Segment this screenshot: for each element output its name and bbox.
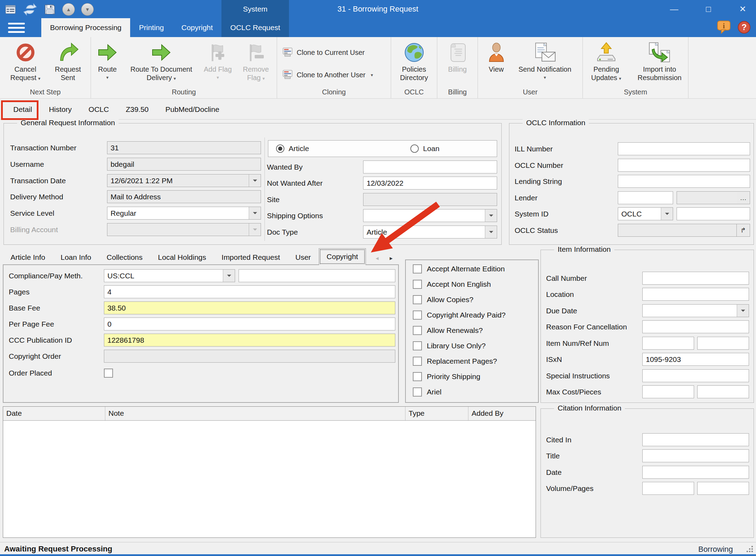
- service-level-combo[interactable]: Regular: [107, 207, 261, 220]
- order-placed-checkbox[interactable]: [104, 369, 113, 378]
- sub-tab-loan-info[interactable]: Loan Info: [53, 250, 99, 265]
- dropdown-arrow-icon[interactable]: [661, 208, 673, 220]
- info-bubble-icon[interactable]: i: [717, 20, 732, 36]
- notes-table-body[interactable]: [3, 421, 536, 537]
- save-icon[interactable]: [43, 3, 56, 16]
- sub-tab-imported-request[interactable]: Imported Request: [214, 250, 288, 265]
- cited-in-field[interactable]: [642, 433, 749, 446]
- clone-to-current-user-button[interactable]: Clone to Current User: [282, 43, 365, 62]
- cancel-request-button[interactable]: Cancel Request▾: [3, 38, 47, 83]
- maximize-button[interactable]: □: [701, 4, 715, 14]
- sub-tab-local-holdings[interactable]: Local Holdings: [150, 250, 214, 265]
- tab-printing[interactable]: Printing: [130, 18, 172, 37]
- resize-grip[interactable]: [746, 546, 753, 553]
- close-button[interactable]: ✕: [736, 4, 750, 14]
- due-date-combo[interactable]: [642, 304, 749, 317]
- ccc-publication-id-field[interactable]: 122861798: [104, 334, 395, 347]
- dropdown-arrow-icon[interactable]: [249, 174, 261, 187]
- location-field[interactable]: [642, 288, 749, 301]
- route-button[interactable]: Route ▾: [93, 38, 122, 82]
- oclc-status-field[interactable]: [618, 224, 737, 237]
- send-notification-button[interactable]: Send Notification ▾: [512, 38, 578, 82]
- tab-borrowing-processing[interactable]: Borrowing Processing: [41, 18, 130, 37]
- pages-count-field[interactable]: [697, 482, 749, 495]
- collapse-up-icon[interactable]: ▲: [62, 3, 75, 16]
- app-icon[interactable]: [4, 3, 17, 16]
- max-cost-field[interactable]: [642, 385, 694, 398]
- import-into-resubmission-button[interactable]: Import into Resubmission: [631, 38, 688, 82]
- sub-tab-user[interactable]: User: [288, 250, 318, 265]
- sub-tab-copyright[interactable]: Copyright: [319, 248, 366, 265]
- copyright-already-paid-option[interactable]: Copyright Already Paid?: [413, 309, 506, 321]
- remove-flag-button[interactable]: Remove Flag▾: [237, 38, 275, 83]
- dropdown-arrow-icon[interactable]: [737, 305, 749, 317]
- ariel-option[interactable]: Ariel: [413, 386, 441, 398]
- view-button[interactable]: View: [482, 38, 510, 73]
- clone-to-another-user-button[interactable]: Clone to Another User▾: [282, 65, 373, 85]
- refresh-icon[interactable]: [23, 2, 37, 16]
- call-number-field[interactable]: [642, 272, 749, 285]
- accept-alternate-edition-option[interactable]: Accept Alternate Edition: [413, 263, 505, 275]
- doc-tab-detail[interactable]: Detail: [5, 99, 41, 120]
- ill-number-field[interactable]: [618, 142, 750, 155]
- doc-type-combo[interactable]: Article: [363, 226, 497, 238]
- billing-button[interactable]: Billing: [440, 38, 475, 73]
- pending-updates-button[interactable]: Pending Updates▾: [583, 38, 630, 83]
- help-icon[interactable]: ?: [737, 20, 751, 36]
- radio-loan[interactable]: Loan: [410, 144, 439, 153]
- policies-directory-button[interactable]: Policies Directory: [393, 38, 436, 82]
- wanted-by-field[interactable]: [363, 161, 497, 173]
- reason-for-cancellation-field[interactable]: [642, 320, 749, 333]
- column-header-added-by[interactable]: Added By: [468, 407, 536, 420]
- minimize-button[interactable]: —: [667, 4, 681, 14]
- dropdown-arrow-icon[interactable]: [249, 207, 261, 219]
- allow-copies-option[interactable]: Allow Copies?: [413, 294, 473, 306]
- base-fee-field[interactable]: 38.50: [104, 301, 395, 314]
- ref-num-field[interactable]: [697, 337, 749, 350]
- lender-browse-button[interactable]: …: [737, 191, 750, 204]
- doc-tab-oclc[interactable]: OCLC: [80, 99, 117, 120]
- transaction-date-combo[interactable]: 12/6/2021 1:22 PM: [107, 174, 261, 187]
- column-header-date[interactable]: Date: [3, 407, 105, 420]
- citation-date-field[interactable]: [642, 466, 749, 479]
- doc-tab-z3950[interactable]: Z39.50: [117, 99, 157, 120]
- scroll-left-icon[interactable]: ◂: [370, 252, 384, 264]
- library-use-only-option[interactable]: Library Use Only?: [413, 340, 486, 352]
- compliance-secondary-field[interactable]: [239, 269, 395, 282]
- replacement-pages-option[interactable]: Replacement Pages?: [413, 355, 497, 367]
- column-header-note[interactable]: Note: [105, 407, 405, 420]
- transaction-number-field[interactable]: 31: [107, 141, 261, 154]
- citation-title-field[interactable]: [642, 449, 749, 462]
- add-flag-button[interactable]: Add Flag ▾: [200, 38, 235, 82]
- lending-string-field[interactable]: [618, 175, 750, 188]
- doc-tab-history[interactable]: History: [41, 99, 80, 120]
- priority-shipping-option[interactable]: Priority Shipping: [413, 371, 480, 383]
- pieces-field[interactable]: [697, 385, 749, 398]
- shipping-options-combo[interactable]: [363, 209, 497, 222]
- dropdown-arrow-icon[interactable]: [485, 209, 497, 222]
- sub-tab-article-info[interactable]: Article Info: [3, 250, 53, 265]
- isxn-field[interactable]: 1095-9203: [642, 353, 749, 366]
- site-field[interactable]: [363, 193, 497, 206]
- doc-tab-pubmed-docline[interactable]: PubMed/Docline: [157, 99, 228, 120]
- special-instructions-field[interactable]: [642, 369, 749, 382]
- not-wanted-after-field[interactable]: 12/03/2022: [363, 177, 497, 190]
- request-sent-button[interactable]: Request Sent: [49, 38, 87, 82]
- tab-oclc-request[interactable]: System OCLC Request: [221, 18, 289, 37]
- copyright-order-field[interactable]: [104, 350, 395, 363]
- oclc-number-field[interactable]: [618, 159, 750, 172]
- username-field[interactable]: bdegail: [107, 158, 261, 171]
- tab-copyright[interactable]: Copyright: [172, 18, 221, 37]
- compliance-pay-meth-combo[interactable]: US:CCL: [104, 269, 235, 282]
- expand-down-icon[interactable]: ▼: [81, 3, 94, 16]
- menu-button[interactable]: [0, 18, 33, 37]
- dropdown-arrow-icon[interactable]: [485, 226, 497, 238]
- dropdown-arrow-icon[interactable]: [223, 270, 235, 282]
- lender-field[interactable]: [618, 191, 673, 204]
- system-id-combo[interactable]: OCLC: [618, 207, 673, 220]
- system-id-secondary-field[interactable]: [677, 207, 750, 220]
- delivery-method-field[interactable]: Mail to Address: [107, 190, 261, 203]
- sub-tab-collections[interactable]: Collections: [99, 250, 150, 265]
- allow-renewals-option[interactable]: Allow Renewals?: [413, 325, 483, 336]
- item-num-field[interactable]: [642, 337, 694, 350]
